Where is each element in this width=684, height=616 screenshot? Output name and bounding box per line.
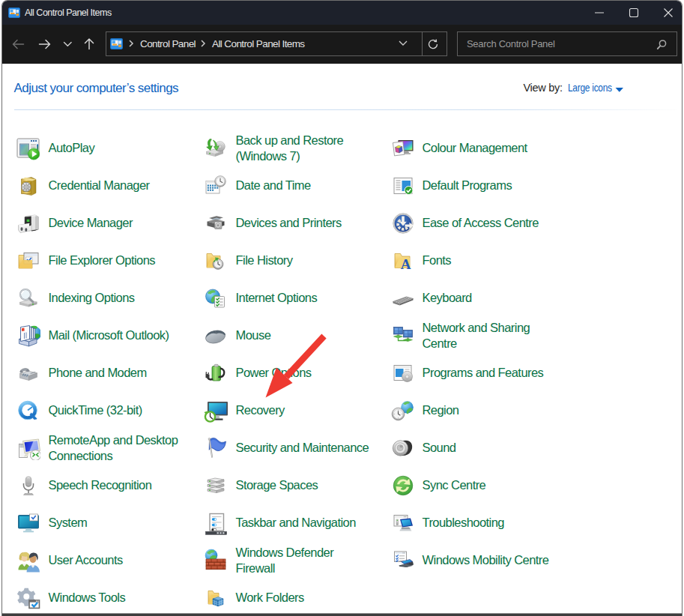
svg-text:A: A	[401, 256, 411, 272]
